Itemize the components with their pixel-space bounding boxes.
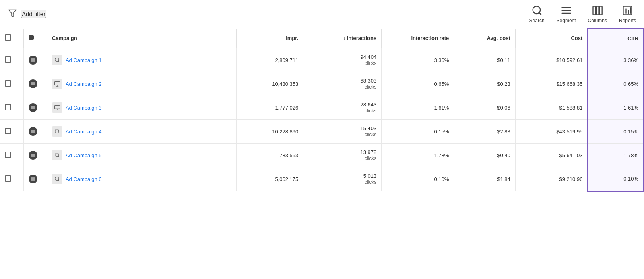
row-checkbox[interactable] xyxy=(5,80,11,87)
segment-label: Segment xyxy=(557,18,576,23)
row-status-cell xyxy=(23,96,47,120)
row-cost: $5,641.03 xyxy=(515,144,588,167)
row-campaign-cell: Ad Campaign 4 xyxy=(47,120,236,144)
row-impr: 783,553 xyxy=(236,144,303,167)
svg-marker-0 xyxy=(9,10,16,17)
row-avg-cost: $2.83 xyxy=(454,120,515,144)
row-avg-cost: $0.40 xyxy=(454,144,515,167)
campaign-cell: Ad Campaign 4 xyxy=(52,126,231,137)
campaign-link[interactable]: Ad Campaign 4 xyxy=(66,129,102,135)
sort-down-icon: ↓ xyxy=(343,35,346,41)
pause-icon xyxy=(29,127,37,136)
header-checkbox[interactable] xyxy=(5,34,11,41)
campaign-cell: Ad Campaign 5 xyxy=(52,150,231,160)
row-ctr: 3.36% xyxy=(588,48,644,72)
row-interaction-rate: 3.36% xyxy=(382,48,454,72)
header-checkbox-cell[interactable] xyxy=(0,29,23,48)
toolbar-left: Add filter xyxy=(8,9,529,19)
row-interactions: 15,403clicks xyxy=(303,120,382,144)
search-toolbar-button[interactable]: Search xyxy=(529,5,545,23)
row-interactions: 28,643clicks xyxy=(303,96,382,120)
reports-toolbar-button[interactable]: Reports xyxy=(619,5,636,23)
svg-rect-18 xyxy=(33,82,34,85)
table-row: Ad Campaign 2 10,480,353 68,303clicks 0.… xyxy=(0,72,644,96)
row-checkbox-cell[interactable] xyxy=(0,48,23,72)
campaign-cell: Ad Campaign 6 xyxy=(52,174,231,184)
campaign-cell: Ad Campaign 1 xyxy=(52,55,231,65)
pause-icon xyxy=(29,56,37,65)
row-checkbox[interactable] xyxy=(5,56,11,63)
campaign-link[interactable]: Ad Campaign 2 xyxy=(66,81,102,87)
row-impr: 5,062,175 xyxy=(236,167,303,191)
row-checkbox-cell[interactable] xyxy=(0,72,23,96)
svg-rect-36 xyxy=(33,177,34,181)
row-interaction-rate: 0.15% xyxy=(382,120,454,144)
row-checkbox[interactable] xyxy=(5,128,11,134)
segment-toolbar-button[interactable]: Segment xyxy=(557,5,576,23)
row-campaign-cell: Ad Campaign 2 xyxy=(47,72,236,96)
header-status-dot xyxy=(29,35,34,40)
row-avg-cost: $0.06 xyxy=(454,96,515,120)
header-interaction-rate: Interaction rate xyxy=(382,29,454,48)
pause-icon xyxy=(29,79,37,88)
svg-rect-6 xyxy=(593,6,596,15)
row-checkbox[interactable] xyxy=(5,152,11,158)
row-ctr: 1.61% xyxy=(588,96,644,120)
campaign-link[interactable]: Ad Campaign 1 xyxy=(66,57,102,63)
segment-icon xyxy=(561,5,572,16)
row-cost: $43,519.95 xyxy=(515,120,588,144)
columns-toolbar-button[interactable]: Columns xyxy=(588,5,607,23)
campaign-type-icon xyxy=(52,55,62,65)
row-checkbox-cell[interactable] xyxy=(0,96,23,120)
reports-label: Reports xyxy=(619,18,636,23)
svg-rect-31 xyxy=(31,154,32,157)
table-body: Ad Campaign 1 2,809,711 94,404clicks 3.3… xyxy=(0,48,644,191)
svg-rect-35 xyxy=(31,177,32,181)
row-ctr: 0.10% xyxy=(588,167,644,191)
table-row: Ad Campaign 6 5,062,175 5,013clicks 0.10… xyxy=(0,167,644,191)
toolbar-right: Search Segment Columns xyxy=(529,5,636,23)
row-status-cell xyxy=(23,72,47,96)
row-cost: $15,668.35 xyxy=(515,72,588,96)
row-checkbox[interactable] xyxy=(5,104,11,110)
campaigns-table: Campaign Impr. ↓Interactions Interaction… xyxy=(0,28,644,192)
row-cost: $10,592.61 xyxy=(515,48,588,72)
pause-icon xyxy=(29,151,37,160)
row-status-cell xyxy=(23,144,47,167)
row-cost: $9,210.96 xyxy=(515,167,588,191)
table-row: Ad Campaign 5 783,553 13,978clicks 1.78%… xyxy=(0,144,644,167)
row-status-cell xyxy=(23,48,47,72)
campaign-cell: Ad Campaign 3 xyxy=(52,102,231,113)
row-checkbox-cell[interactable] xyxy=(0,167,23,191)
svg-rect-17 xyxy=(31,82,32,85)
row-ctr: 0.65% xyxy=(588,72,644,96)
row-impr: 10,228,890 xyxy=(236,120,303,144)
pause-icon xyxy=(29,103,37,112)
campaign-link[interactable]: Ad Campaign 3 xyxy=(66,105,102,111)
row-ctr: 0.15% xyxy=(588,120,644,144)
row-interaction-rate: 0.10% xyxy=(382,167,454,191)
row-checkbox-cell[interactable] xyxy=(0,120,23,144)
table-header-row: Campaign Impr. ↓Interactions Interaction… xyxy=(0,29,644,48)
row-interactions: 5,013clicks xyxy=(303,167,382,191)
row-interaction-rate: 1.78% xyxy=(382,144,454,167)
header-interactions[interactable]: ↓Interactions xyxy=(303,29,382,48)
svg-rect-7 xyxy=(597,6,599,15)
row-ctr: 1.78% xyxy=(588,144,644,167)
campaign-type-icon xyxy=(52,79,62,89)
add-filter-button[interactable]: Add filter xyxy=(21,10,46,18)
campaign-link[interactable]: Ad Campaign 6 xyxy=(66,176,102,182)
row-checkbox[interactable] xyxy=(5,175,11,182)
header-campaign: Campaign xyxy=(47,29,236,48)
row-status-cell xyxy=(23,167,47,191)
campaign-type-icon xyxy=(52,102,62,113)
toolbar: Add filter Search Segment Columns xyxy=(0,0,644,28)
search-icon xyxy=(531,5,543,16)
campaign-link[interactable]: Ad Campaign 5 xyxy=(66,152,102,158)
columns-label: Columns xyxy=(588,18,607,23)
header-impr: Impr. xyxy=(236,29,303,48)
svg-rect-14 xyxy=(33,58,34,62)
row-avg-cost: $1.84 xyxy=(454,167,515,191)
row-checkbox-cell[interactable] xyxy=(0,144,23,167)
row-campaign-cell: Ad Campaign 6 xyxy=(47,167,236,191)
